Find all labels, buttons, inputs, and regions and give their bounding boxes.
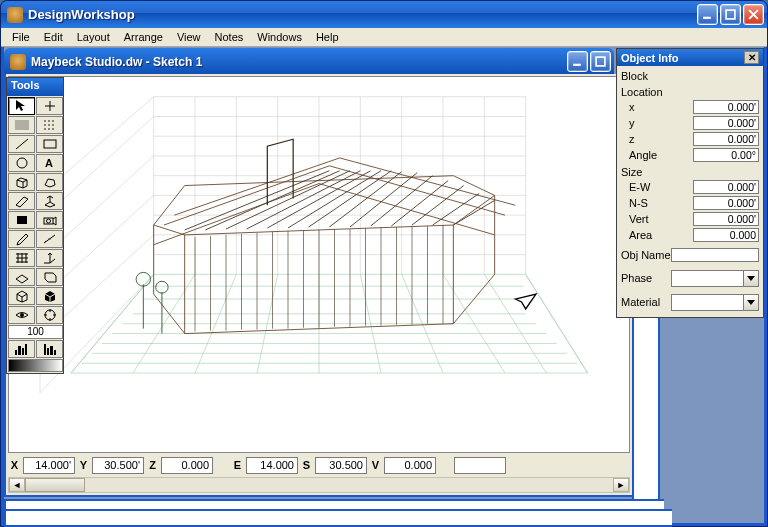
drawing-canvas[interactable] [8,76,630,453]
tool-zoom-readout[interactable]: 100 [8,325,63,339]
menu-edit[interactable]: Edit [37,30,70,44]
tools-palette[interactable]: Tools A [6,77,64,374]
scroll-track[interactable] [25,478,613,492]
tool-brightness-gradient[interactable] [8,359,63,372]
tools-title[interactable]: Tools [7,78,63,96]
tool-polygon3d[interactable] [36,173,63,191]
combo-phase[interactable] [671,270,759,287]
label-ew: E-W [621,181,693,193]
tool-grid-snap[interactable] [8,249,35,267]
menu-file[interactable]: File [5,30,37,44]
field-area[interactable]: 0.000 [693,228,759,242]
tool-rectangle[interactable] [36,135,63,153]
tool-cube-wire[interactable] [8,287,35,305]
minimize-button[interactable] [697,4,718,25]
object-info-close-button[interactable]: ✕ [744,51,759,64]
tool-crosshair[interactable] [36,97,63,115]
svg-point-16 [17,158,27,168]
tool-hatch-dense[interactable] [8,116,35,134]
coord-v[interactable]: 0.000 [384,457,436,474]
field-z[interactable]: 0.000' [693,132,759,146]
label-z: z [621,133,693,145]
doc-maximize-button[interactable] [590,51,611,72]
field-x[interactable]: 0.000' [693,100,759,114]
tool-plane-top[interactable] [8,268,35,286]
tool-text[interactable]: A [36,154,63,172]
doc-minimize-button[interactable] [567,51,588,72]
document-titlebar[interactable]: Maybeck Studio.dw - Sketch 1 [4,48,614,75]
svg-point-14 [52,128,54,130]
horizontal-scrollbar[interactable]: ◄ ► [8,477,630,493]
coord-s[interactable]: 30.500 [315,457,367,474]
document-body: X 14.000' Y 30.500' Z 0.000 E 14.000 S 3… [4,74,634,497]
app-window: DesignWorkshop File Edit Layout Arrange … [0,0,768,527]
svg-rect-27 [44,344,46,355]
label-vert: Vert [621,213,693,225]
tool-circle[interactable] [8,154,35,172]
tool-wall[interactable] [8,192,35,210]
tool-skyline-right[interactable] [36,340,63,358]
tool-axis[interactable] [36,249,63,267]
tool-skyline-left[interactable] [8,340,35,358]
svg-rect-28 [47,348,49,355]
tool-plane-front[interactable] [36,268,63,286]
svg-point-5 [156,281,168,293]
scroll-thumb[interactable] [25,478,85,492]
tool-paint[interactable] [8,211,35,229]
combo-material-value[interactable] [671,294,744,311]
menu-windows[interactable]: Windows [250,30,309,44]
svg-point-11 [52,124,54,126]
menu-view[interactable]: View [170,30,208,44]
coord-extra[interactable] [454,457,506,474]
maximize-button[interactable] [720,4,741,25]
field-vert[interactable]: 0.000' [693,212,759,226]
menu-help[interactable]: Help [309,30,346,44]
coord-y[interactable]: 30.500' [92,457,144,474]
tool-extrude[interactable] [36,192,63,210]
tool-measure[interactable] [36,230,63,248]
menu-arrange[interactable]: Arrange [117,30,170,44]
tool-camera[interactable] [36,211,63,229]
svg-rect-26 [25,344,27,355]
scroll-left-button[interactable]: ◄ [9,478,25,492]
tool-target[interactable] [36,306,63,324]
coord-e[interactable]: 14.000 [246,457,298,474]
field-ew[interactable]: 0.000' [693,180,759,194]
close-button[interactable] [743,4,764,25]
field-y[interactable]: 0.000' [693,116,759,130]
label-area: Area [621,229,693,241]
tool-cube-solid[interactable] [36,287,63,305]
tool-line[interactable] [8,135,35,153]
combo-material[interactable] [671,294,759,311]
object-type: Block [621,70,759,82]
tool-eyedropper[interactable] [8,230,35,248]
tool-arrow[interactable] [8,97,35,115]
app-titlebar[interactable]: DesignWorkshop [1,1,767,28]
svg-point-10 [48,124,50,126]
tool-box3d[interactable] [8,173,35,191]
tool-hatch-dots[interactable] [36,116,63,134]
coord-label-v: V [369,459,382,471]
coord-z[interactable]: 0.000 [161,457,213,474]
field-angle[interactable]: 0.00° [693,148,759,162]
svg-rect-3 [596,57,605,66]
object-info-title[interactable]: Object Info ✕ [617,49,763,66]
tool-eye[interactable] [8,306,35,324]
svg-rect-2 [573,64,581,66]
document-icon [10,54,26,70]
svg-point-8 [52,120,54,122]
stacked-window[interactable] [632,295,660,505]
object-info-panel[interactable]: Object Info ✕ Block Location x0.000' y0.… [616,48,764,318]
combo-phase-value[interactable] [671,270,744,287]
combo-material-button[interactable] [744,294,759,311]
stacked-window[interactable] [4,509,672,527]
field-ns[interactable]: 0.000' [693,196,759,210]
field-objname[interactable] [671,248,759,262]
coord-x[interactable]: 14.000' [23,457,75,474]
combo-phase-button[interactable] [744,270,759,287]
section-location: Location [621,86,759,98]
menu-notes[interactable]: Notes [208,30,251,44]
scroll-right-button[interactable]: ► [613,478,629,492]
svg-point-7 [48,120,50,122]
menu-layout[interactable]: Layout [70,30,117,44]
